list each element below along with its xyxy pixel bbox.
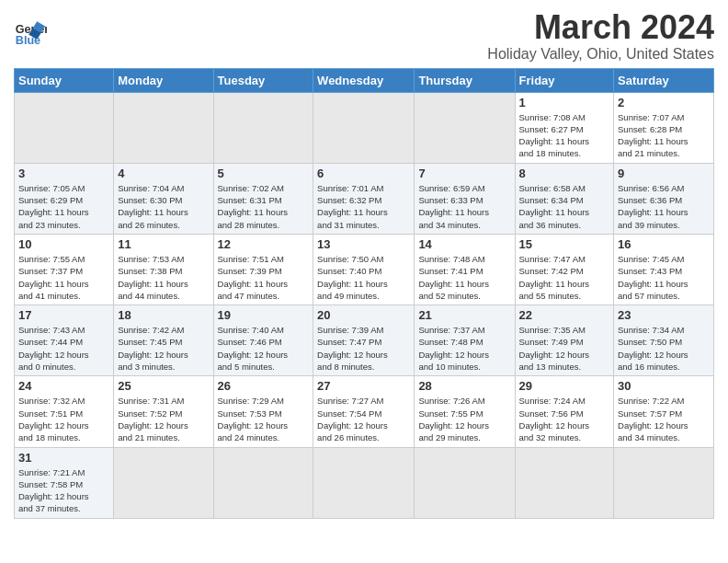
day-info: Sunrise: 7:22 AM Sunset: 7:57 PM Dayligh…: [618, 395, 710, 443]
day-number: 16: [618, 237, 710, 251]
day-info: Sunrise: 7:35 AM Sunset: 7:49 PM Dayligh…: [519, 324, 610, 373]
calendar-cell: [415, 447, 515, 518]
calendar-cell: 11Sunrise: 7:53 AM Sunset: 7:38 PM Dayli…: [114, 234, 213, 304]
calendar-cell: 14Sunrise: 7:48 AM Sunset: 7:41 PM Dayli…: [415, 234, 515, 304]
day-info: Sunrise: 7:37 AM Sunset: 7:48 PM Dayligh…: [418, 324, 510, 373]
calendar-cell: 24Sunrise: 7:32 AM Sunset: 7:51 PM Dayli…: [15, 376, 114, 447]
day-number: 27: [317, 379, 410, 393]
calendar-cell: [213, 92, 313, 163]
calendar-week-1: 1Sunrise: 7:08 AM Sunset: 6:27 PM Daylig…: [15, 92, 714, 163]
weekday-header-friday: Friday: [515, 68, 614, 92]
day-info: Sunrise: 7:08 AM Sunset: 6:27 PM Dayligh…: [519, 111, 610, 160]
day-number: 19: [218, 308, 310, 322]
calendar-table: SundayMondayTuesdayWednesdayThursdayFrid…: [14, 68, 714, 519]
day-info: Sunrise: 7:26 AM Sunset: 7:55 PM Dayligh…: [418, 395, 510, 443]
day-number: 3: [18, 167, 109, 180]
day-number: 24: [18, 379, 109, 393]
calendar-cell: 5Sunrise: 7:02 AM Sunset: 6:31 PM Daylig…: [213, 163, 313, 234]
header: General Blue March 2024 Holiday Valley, …: [14, 9, 714, 63]
calendar-cell: 31Sunrise: 7:21 AM Sunset: 7:58 PM Dayli…: [15, 447, 114, 518]
day-number: 4: [118, 167, 209, 180]
calendar-cell: [515, 447, 614, 518]
month-title: March 2024: [487, 9, 714, 46]
calendar-week-6: 31Sunrise: 7:21 AM Sunset: 7:58 PM Dayli…: [15, 447, 714, 518]
day-number: 17: [18, 308, 109, 322]
day-info: Sunrise: 7:02 AM Sunset: 6:31 PM Dayligh…: [218, 182, 310, 231]
day-number: 25: [118, 379, 209, 393]
day-number: 30: [618, 379, 710, 393]
calendar-cell: 16Sunrise: 7:45 AM Sunset: 7:43 PM Dayli…: [614, 234, 714, 304]
calendar-cell: 23Sunrise: 7:34 AM Sunset: 7:50 PM Dayli…: [614, 305, 714, 376]
weekday-header-sunday: Sunday: [15, 68, 114, 92]
calendar-week-5: 24Sunrise: 7:32 AM Sunset: 7:51 PM Dayli…: [15, 376, 714, 447]
day-number: 12: [218, 237, 310, 251]
calendar-cell: 28Sunrise: 7:26 AM Sunset: 7:55 PM Dayli…: [415, 376, 515, 447]
calendar-cell: 21Sunrise: 7:37 AM Sunset: 7:48 PM Dayli…: [415, 305, 515, 376]
calendar-cell: [213, 447, 313, 518]
day-info: Sunrise: 7:32 AM Sunset: 7:51 PM Dayligh…: [18, 395, 109, 443]
day-number: 2: [618, 96, 710, 109]
calendar-cell: 7Sunrise: 6:59 AM Sunset: 6:33 PM Daylig…: [415, 163, 515, 234]
day-info: Sunrise: 7:24 AM Sunset: 7:56 PM Dayligh…: [519, 395, 610, 443]
day-info: Sunrise: 7:27 AM Sunset: 7:54 PM Dayligh…: [317, 395, 410, 443]
calendar-cell: 13Sunrise: 7:50 AM Sunset: 7:40 PM Dayli…: [313, 234, 415, 304]
day-info: Sunrise: 7:53 AM Sunset: 7:38 PM Dayligh…: [118, 253, 209, 302]
day-number: 26: [218, 379, 310, 393]
day-number: 23: [618, 308, 710, 322]
calendar-cell: 12Sunrise: 7:51 AM Sunset: 7:39 PM Dayli…: [213, 234, 313, 304]
subtitle: Holiday Valley, Ohio, United States: [487, 46, 714, 63]
day-info: Sunrise: 6:58 AM Sunset: 6:34 PM Dayligh…: [519, 182, 610, 231]
day-info: Sunrise: 7:51 AM Sunset: 7:39 PM Dayligh…: [218, 253, 310, 302]
calendar-cell: 18Sunrise: 7:42 AM Sunset: 7:45 PM Dayli…: [114, 305, 213, 376]
day-number: 14: [418, 237, 510, 251]
day-info: Sunrise: 7:34 AM Sunset: 7:50 PM Dayligh…: [618, 324, 710, 373]
calendar-cell: 9Sunrise: 6:56 AM Sunset: 6:36 PM Daylig…: [614, 163, 714, 234]
day-info: Sunrise: 7:29 AM Sunset: 7:53 PM Dayligh…: [218, 395, 310, 443]
page: General Blue March 2024 Holiday Valley, …: [0, 0, 728, 533]
calendar-cell: 19Sunrise: 7:40 AM Sunset: 7:46 PM Dayli…: [213, 305, 313, 376]
calendar-cell: 10Sunrise: 7:55 AM Sunset: 7:37 PM Dayli…: [15, 234, 114, 304]
calendar-cell: [114, 447, 213, 518]
calendar-cell: 26Sunrise: 7:29 AM Sunset: 7:53 PM Dayli…: [213, 376, 313, 447]
calendar-cell: 25Sunrise: 7:31 AM Sunset: 7:52 PM Dayli…: [114, 376, 213, 447]
day-number: 28: [418, 379, 510, 393]
day-number: 29: [519, 379, 610, 393]
calendar-cell: 15Sunrise: 7:47 AM Sunset: 7:42 PM Dayli…: [515, 234, 614, 304]
day-number: 20: [317, 308, 410, 322]
day-number: 18: [118, 308, 209, 322]
day-number: 15: [519, 237, 610, 251]
day-number: 5: [218, 167, 310, 180]
day-info: Sunrise: 7:48 AM Sunset: 7:41 PM Dayligh…: [418, 253, 510, 302]
calendar-cell: 4Sunrise: 7:04 AM Sunset: 6:30 PM Daylig…: [114, 163, 213, 234]
day-info: Sunrise: 7:40 AM Sunset: 7:46 PM Dayligh…: [218, 324, 310, 373]
day-number: 8: [519, 167, 610, 180]
day-info: Sunrise: 7:07 AM Sunset: 6:28 PM Dayligh…: [618, 111, 710, 160]
calendar-cell: 20Sunrise: 7:39 AM Sunset: 7:47 PM Dayli…: [313, 305, 415, 376]
calendar-cell: 27Sunrise: 7:27 AM Sunset: 7:54 PM Dayli…: [313, 376, 415, 447]
day-info: Sunrise: 6:56 AM Sunset: 6:36 PM Dayligh…: [618, 182, 710, 231]
calendar-cell: 3Sunrise: 7:05 AM Sunset: 6:29 PM Daylig…: [15, 163, 114, 234]
calendar-cell: 1Sunrise: 7:08 AM Sunset: 6:27 PM Daylig…: [515, 92, 614, 163]
weekday-header-saturday: Saturday: [614, 68, 714, 92]
calendar-week-4: 17Sunrise: 7:43 AM Sunset: 7:44 PM Dayli…: [15, 305, 714, 376]
day-number: 7: [418, 167, 510, 180]
calendar-cell: 6Sunrise: 7:01 AM Sunset: 6:32 PM Daylig…: [313, 163, 415, 234]
day-info: Sunrise: 7:43 AM Sunset: 7:44 PM Dayligh…: [18, 324, 109, 373]
calendar-cell: [114, 92, 213, 163]
calendar-cell: 29Sunrise: 7:24 AM Sunset: 7:56 PM Dayli…: [515, 376, 614, 447]
day-number: 22: [519, 308, 610, 322]
day-info: Sunrise: 7:55 AM Sunset: 7:37 PM Dayligh…: [18, 253, 109, 302]
day-info: Sunrise: 7:47 AM Sunset: 7:42 PM Dayligh…: [519, 253, 610, 302]
day-number: 9: [618, 167, 710, 180]
day-number: 13: [317, 237, 410, 251]
day-info: Sunrise: 7:01 AM Sunset: 6:32 PM Dayligh…: [317, 182, 410, 231]
calendar-week-2: 3Sunrise: 7:05 AM Sunset: 6:29 PM Daylig…: [15, 163, 714, 234]
day-info: Sunrise: 7:39 AM Sunset: 7:47 PM Dayligh…: [317, 324, 410, 373]
calendar-cell: [415, 92, 515, 163]
logo-icon: General Blue: [14, 15, 47, 48]
day-number: 1: [519, 96, 610, 109]
day-info: Sunrise: 7:42 AM Sunset: 7:45 PM Dayligh…: [118, 324, 209, 373]
day-info: Sunrise: 7:45 AM Sunset: 7:43 PM Dayligh…: [618, 253, 710, 302]
calendar-cell: 30Sunrise: 7:22 AM Sunset: 7:57 PM Dayli…: [614, 376, 714, 447]
day-number: 10: [18, 237, 109, 251]
